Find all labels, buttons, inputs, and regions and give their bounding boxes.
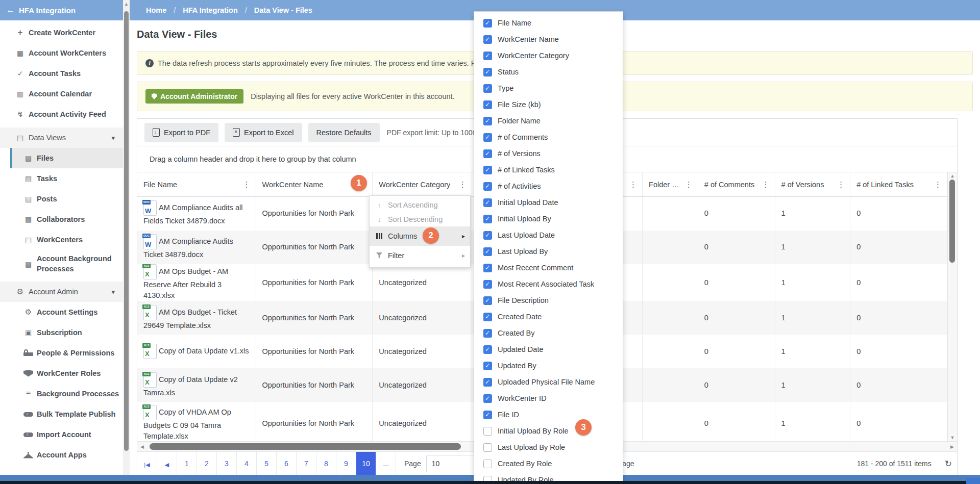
checked-checkbox[interactable]	[483, 378, 492, 387]
columns-popup-item-updated-by[interactable]: Updated By	[474, 358, 623, 374]
sidebar-item-account-workcenters[interactable]: Account WorkCenters	[0, 43, 123, 63]
column-header-folder-name[interactable]: Folder Name⋮	[643, 172, 698, 197]
scroll-up-icon[interactable]: ▲	[948, 173, 957, 179]
columns-popup-item-last-upload-date[interactable]: Last Upload Date	[474, 227, 623, 243]
sidebar-item-tasks[interactable]: Tasks	[0, 168, 123, 189]
columns-popup-item-file-name[interactable]: File Name	[474, 15, 623, 31]
pager-page-7[interactable]: 7	[297, 452, 316, 475]
checked-checkbox[interactable]	[483, 345, 492, 354]
columns-popup-item-last-upload-by[interactable]: Last Upload By	[474, 243, 623, 260]
checked-checkbox[interactable]	[483, 166, 492, 174]
checked-checkbox[interactable]	[483, 198, 492, 207]
columns-popup-item-initial-upload-date[interactable]: Initial Upload Date	[474, 194, 623, 211]
sidebar-item-account-background-processes[interactable]: Account Background Processes	[0, 250, 123, 278]
unchecked-checkbox[interactable]	[483, 460, 492, 468]
columns-popup-item-updated-date[interactable]: Updated Date	[474, 341, 623, 358]
pager-previous-button[interactable]: ◀	[157, 451, 177, 476]
sidebar-item-create-workcenter[interactable]: Create WorkCenter	[0, 22, 123, 43]
sidebar-item-account-apps[interactable]: Account Apps	[0, 445, 123, 465]
checked-checkbox[interactable]	[483, 264, 492, 272]
sidebar-item-workcenter-roles[interactable]: WorkCenter Roles	[0, 363, 123, 384]
sidebar-item-bulk-template-publish[interactable]: Bulk Template Publish	[0, 404, 123, 424]
unchecked-checkbox[interactable]	[483, 427, 492, 436]
column-menu-icon[interactable]: ⋮	[243, 180, 251, 189]
checked-checkbox[interactable]	[483, 117, 492, 125]
checked-checkbox[interactable]	[483, 149, 492, 158]
export-excel-button[interactable]: Export to Excel	[225, 123, 302, 142]
menu-item-sort-ascending[interactable]: ↑ Sort Ascending	[370, 198, 470, 212]
columns-popup-item-status[interactable]: Status	[474, 64, 623, 80]
columns-popup-item-created-by-role[interactable]: Created By Role	[474, 455, 623, 472]
columns-popup-item--of-comments[interactable]: # of Comments	[474, 129, 623, 145]
grid-vscroll-thumb[interactable]	[949, 180, 955, 263]
sidebar-item-people-permissions[interactable]: People & Permissions	[0, 343, 123, 363]
columns-popup-item--of-activities[interactable]: # of Activities	[474, 178, 623, 194]
column-header--of-versions[interactable]: # of Versions⋮	[775, 172, 850, 197]
pager-more-button[interactable]: ...	[376, 452, 396, 475]
pager-first-button[interactable]: |◀	[137, 451, 157, 476]
checked-checkbox[interactable]	[483, 68, 492, 77]
sidebar-item-files[interactable]: Files	[10, 148, 123, 168]
columns-popup-item-initial-upload-by[interactable]: Initial Upload By	[474, 211, 623, 227]
checked-checkbox[interactable]	[483, 133, 492, 142]
checked-checkbox[interactable]	[483, 296, 492, 305]
columns-popup-item-file-description[interactable]: File Description	[474, 292, 623, 309]
sidebar-item-background-processes[interactable]: Background Processes	[0, 384, 123, 404]
column-menu-icon[interactable]: ⋮	[762, 180, 770, 189]
breadcrumb-item[interactable]: Data View - Files	[254, 6, 312, 14]
back-arrow-icon[interactable]: ←	[6, 5, 15, 15]
pager-page-5[interactable]: 5	[257, 452, 277, 475]
column-header--of-comments[interactable]: # of Comments⋮	[698, 172, 775, 197]
checked-checkbox[interactable]	[483, 215, 492, 223]
columns-popup-item-type[interactable]: Type	[474, 80, 623, 96]
scroll-up-icon[interactable]: ▲	[123, 2, 130, 7]
columns-popup-item-most-recent-associated-task[interactable]: Most Recent Associated Task	[474, 276, 623, 292]
sidebar-item-posts[interactable]: Posts	[0, 189, 123, 209]
menu-item-filter[interactable]: Filter ▸	[370, 246, 470, 265]
restore-defaults-button[interactable]: Restore Defaults	[308, 123, 380, 142]
checked-checkbox[interactable]	[483, 231, 492, 240]
checked-checkbox[interactable]	[483, 411, 492, 419]
column-header-workcenter-category[interactable]: WorkCenter Category⋮	[373, 172, 472, 197]
sidebar-item-import-account[interactable]: Import Account	[0, 424, 123, 445]
checked-checkbox[interactable]	[483, 35, 492, 44]
checked-checkbox[interactable]	[483, 247, 492, 256]
columns-popup-item-created-by[interactable]: Created By	[474, 325, 623, 341]
checked-checkbox[interactable]	[483, 313, 492, 321]
checked-checkbox[interactable]	[483, 280, 492, 289]
pager-page-6[interactable]: 6	[277, 452, 297, 475]
scroll-down-icon[interactable]: ▼	[948, 435, 957, 440]
checked-checkbox[interactable]	[483, 52, 492, 60]
pager-page-3[interactable]: 3	[217, 452, 237, 475]
sidebar-item-data-views[interactable]: Data Views▾	[0, 128, 123, 148]
columns-popup-item-file-size-kb-[interactable]: File Size (kb)	[474, 96, 623, 113]
sidebar-header[interactable]: ← HFA Integration	[0, 0, 123, 20]
checked-checkbox[interactable]	[483, 394, 492, 403]
sidebar-item-subscription[interactable]: Subscription	[0, 322, 123, 343]
sidebar-item-account-settings[interactable]: Account Settings	[0, 302, 123, 322]
sidebar-item-workcenters[interactable]: WorkCenters	[0, 230, 123, 250]
columns-popup-item-file-id[interactable]: File ID	[474, 406, 623, 423]
columns-popup-item-workcenter-category[interactable]: WorkCenter Category	[474, 47, 623, 64]
column-menu-icon[interactable]: ⋮	[629, 180, 637, 189]
columns-popup-item-folder-name[interactable]: Folder Name	[474, 113, 623, 129]
scroll-left-icon[interactable]: ◀	[138, 442, 146, 451]
pager-page-8[interactable]: 8	[316, 452, 336, 475]
pager-current-page[interactable]: 10	[356, 452, 376, 475]
columns-popup-item-created-date[interactable]: Created Date	[474, 309, 623, 325]
checked-checkbox[interactable]	[483, 329, 492, 338]
sidebar-item-collaborators[interactable]: Collaborators	[0, 209, 123, 230]
checked-checkbox[interactable]	[483, 362, 492, 370]
checked-checkbox[interactable]	[483, 84, 492, 93]
checked-checkbox[interactable]	[483, 19, 492, 28]
column-menu-icon[interactable]: ⋮	[685, 180, 693, 189]
pager-page-4[interactable]: 4	[237, 452, 257, 475]
columns-popup-item--of-versions[interactable]: # of Versions	[474, 145, 623, 162]
sidebar-item-account-activity-feed[interactable]: Account Activity Feed	[0, 104, 123, 124]
scroll-right-icon[interactable]: ▶	[948, 442, 956, 451]
sidebar-item-account-tasks[interactable]: Account Tasks	[0, 63, 123, 84]
checked-checkbox[interactable]	[483, 100, 492, 109]
sidebar-scrollbar-thumb[interactable]	[124, 11, 129, 451]
pager-page-1[interactable]: 1	[177, 452, 197, 475]
columns-popup-item-workcenter-id[interactable]: WorkCenter ID	[474, 390, 623, 406]
